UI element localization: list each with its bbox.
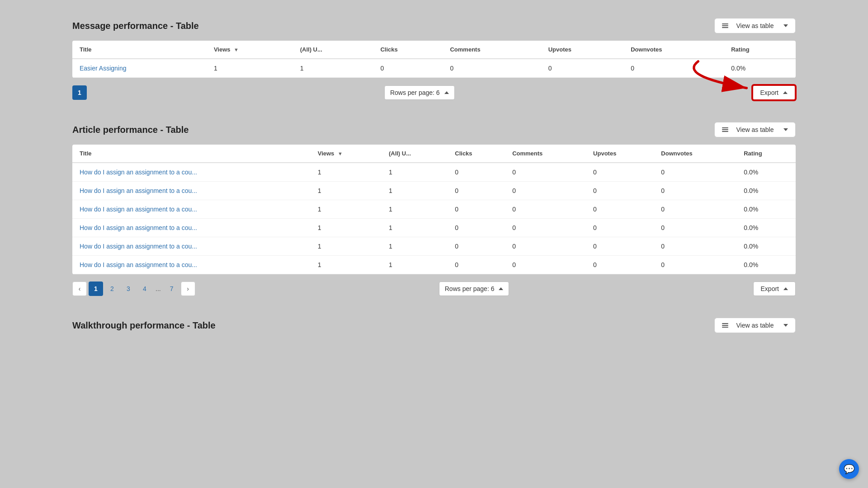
message-table: Title Views ▼ (All) U... Clicks Comments… bbox=[72, 41, 796, 78]
cell-all-u: 1 bbox=[382, 163, 448, 182]
cell-clicks: 0 bbox=[448, 237, 505, 256]
message-footer-wrapper: 1 Rows per page: 6 Export bbox=[72, 78, 796, 108]
col-rating: Rating bbox=[724, 41, 796, 59]
cell-downvotes: 0 bbox=[654, 182, 736, 200]
title-link[interactable]: Easier Assigning bbox=[80, 65, 127, 72]
page-4-button[interactable]: 4 bbox=[137, 282, 152, 296]
walkthrough-view-as-table-button[interactable]: View as table bbox=[714, 318, 796, 333]
title-link[interactable]: How do I assign an assignment to a cou..… bbox=[80, 243, 197, 250]
cell-clicks: 0 bbox=[448, 256, 505, 274]
cell-title: How do I assign an assignment to a cou..… bbox=[72, 237, 311, 256]
cell-downvotes: 0 bbox=[654, 256, 736, 274]
title-link[interactable]: How do I assign an assignment to a cou..… bbox=[80, 261, 197, 268]
title-link[interactable]: How do I assign an assignment to a cou..… bbox=[80, 187, 197, 194]
page-1-button[interactable]: 1 bbox=[72, 85, 87, 100]
page-1-button-art[interactable]: 1 bbox=[89, 282, 103, 296]
article-table: Title Views ▼ (All) U... Clicks Comments… bbox=[72, 145, 796, 274]
message-table-container: Title Views ▼ (All) U... Clicks Comments… bbox=[72, 41, 796, 78]
cell-downvotes: 0 bbox=[654, 237, 736, 256]
page-7-button[interactable]: 7 bbox=[165, 282, 179, 296]
ellipsis: ... bbox=[154, 285, 163, 292]
cell-views: 1 bbox=[311, 237, 382, 256]
table-row: Easier Assigning 1 1 0 0 0 0 0.0% bbox=[72, 59, 796, 78]
export-area: Export bbox=[752, 85, 796, 100]
article-rows-per-page-label: Rows per page: 6 bbox=[445, 285, 495, 292]
col-clicks: Clicks bbox=[373, 41, 443, 59]
cell-comments: 0 bbox=[505, 163, 586, 182]
cell-comments: 0 bbox=[505, 200, 586, 219]
art-col-comments: Comments bbox=[505, 145, 586, 163]
cell-comments: 0 bbox=[505, 237, 586, 256]
cell-rating: 0.0% bbox=[736, 256, 796, 274]
page-3-button[interactable]: 3 bbox=[121, 282, 136, 296]
chevron-down-icon-2 bbox=[783, 128, 788, 131]
cell-views: 1 bbox=[207, 59, 293, 78]
table-lines-icon-2 bbox=[722, 127, 728, 132]
walkthrough-section-title: Walkthrough performance - Table bbox=[72, 320, 216, 331]
message-export-button[interactable]: Export bbox=[752, 85, 796, 100]
message-rows-per-page-button[interactable]: Rows per page: 6 bbox=[384, 85, 455, 100]
article-view-as-table-button[interactable]: View as table bbox=[714, 122, 796, 137]
table-row: How do I assign an assignment to a cou..… bbox=[72, 200, 796, 219]
title-link[interactable]: How do I assign an assignment to a cou..… bbox=[80, 206, 197, 213]
message-table-footer: 1 Rows per page: 6 Export bbox=[72, 78, 796, 108]
cell-all-u: 1 bbox=[382, 200, 448, 219]
cell-title: Easier Assigning bbox=[72, 59, 207, 78]
article-table-footer: ‹ 1 2 3 4 ... 7 › Rows per page: 6 Expor… bbox=[72, 274, 796, 303]
cell-clicks: 0 bbox=[448, 200, 505, 219]
art-col-rating: Rating bbox=[736, 145, 796, 163]
cell-comments: 0 bbox=[443, 59, 541, 78]
cell-rating: 0.0% bbox=[724, 59, 796, 78]
message-performance-section: Message performance - Table View as tabl… bbox=[72, 18, 796, 108]
cell-rating: 0.0% bbox=[736, 219, 796, 237]
cell-title: How do I assign an assignment to a cou..… bbox=[72, 200, 311, 219]
chevron-down-icon bbox=[783, 24, 788, 27]
article-export-button[interactable]: Export bbox=[753, 282, 796, 296]
cell-views: 1 bbox=[311, 256, 382, 274]
article-table-header-row: Title Views ▼ (All) U... Clicks Comments… bbox=[72, 145, 796, 163]
export-label: Export bbox=[760, 89, 778, 96]
rows-per-page-label: Rows per page: 6 bbox=[390, 89, 440, 96]
title-link[interactable]: How do I assign an assignment to a cou..… bbox=[80, 169, 197, 176]
cell-upvotes: 0 bbox=[586, 256, 654, 274]
cell-views: 1 bbox=[311, 219, 382, 237]
title-link[interactable]: How do I assign an assignment to a cou..… bbox=[80, 224, 197, 231]
cell-downvotes: 0 bbox=[654, 163, 736, 182]
prev-page-button[interactable]: ‹ bbox=[72, 282, 87, 296]
art-col-views[interactable]: Views ▼ bbox=[311, 145, 382, 163]
chevron-down-icon-3 bbox=[783, 324, 788, 327]
message-section-header: Message performance - Table View as tabl… bbox=[72, 18, 796, 33]
cell-downvotes: 0 bbox=[654, 219, 736, 237]
table-row: How do I assign an assignment to a cou..… bbox=[72, 219, 796, 237]
cell-views: 1 bbox=[311, 200, 382, 219]
cell-views: 1 bbox=[311, 182, 382, 200]
page-2-button[interactable]: 2 bbox=[105, 282, 119, 296]
cell-downvotes: 0 bbox=[623, 59, 724, 78]
art-col-all-u: (All) U... bbox=[382, 145, 448, 163]
chat-bubble-button[interactable]: 💬 bbox=[839, 459, 859, 479]
walkthrough-view-as-table-label: View as table bbox=[736, 322, 774, 329]
cell-comments: 0 bbox=[505, 256, 586, 274]
article-export-label: Export bbox=[761, 285, 779, 292]
table-row: How do I assign an assignment to a cou..… bbox=[72, 163, 796, 182]
col-all-u: (All) U... bbox=[293, 41, 373, 59]
export-chevron-up-icon bbox=[783, 91, 788, 94]
cell-comments: 0 bbox=[505, 219, 586, 237]
col-upvotes: Upvotes bbox=[541, 41, 623, 59]
cell-comments: 0 bbox=[505, 182, 586, 200]
cell-upvotes: 0 bbox=[586, 200, 654, 219]
table-row: How do I assign an assignment to a cou..… bbox=[72, 237, 796, 256]
col-views[interactable]: Views ▼ bbox=[207, 41, 293, 59]
cell-views: 1 bbox=[311, 163, 382, 182]
cell-clicks: 0 bbox=[448, 182, 505, 200]
cell-upvotes: 0 bbox=[586, 163, 654, 182]
art-col-downvotes: Downvotes bbox=[654, 145, 736, 163]
table-row: How do I assign an assignment to a cou..… bbox=[72, 256, 796, 274]
cell-all-u: 1 bbox=[293, 59, 373, 78]
cell-rating: 0.0% bbox=[736, 163, 796, 182]
article-rows-per-page-button[interactable]: Rows per page: 6 bbox=[439, 282, 509, 296]
cell-rating: 0.0% bbox=[736, 237, 796, 256]
art-col-upvotes: Upvotes bbox=[586, 145, 654, 163]
next-page-button[interactable]: › bbox=[181, 282, 195, 296]
message-view-as-table-button[interactable]: View as table bbox=[714, 18, 796, 33]
